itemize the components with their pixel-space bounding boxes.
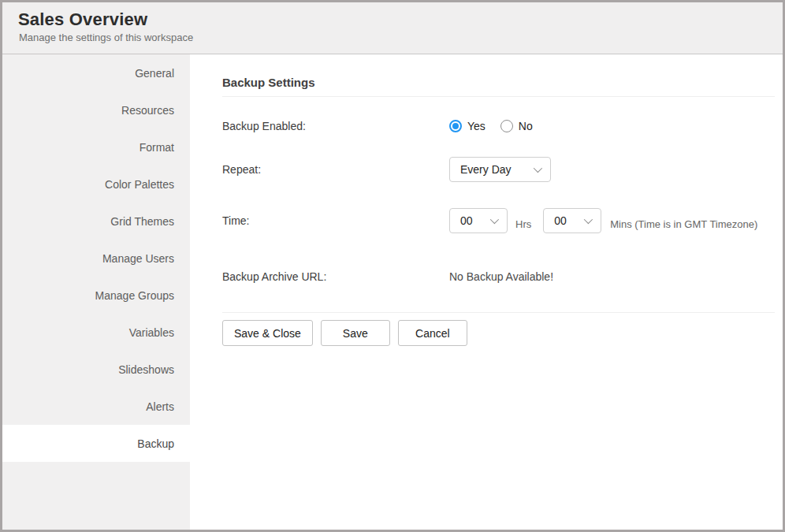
backup-settings-panel: Backup Settings Backup Enabled: Yes No R… <box>190 54 783 530</box>
repeat-select[interactable]: Every Day <box>449 157 551 182</box>
page-title: Sales Overview <box>18 9 767 30</box>
sidebar-item-format[interactable]: Format <box>2 128 190 166</box>
sidebar-item-resources[interactable]: Resources <box>2 91 190 128</box>
save-button[interactable]: Save <box>321 320 390 346</box>
sidebar-item-alerts[interactable]: Alerts <box>2 388 190 425</box>
sidebar-item-label: General <box>135 67 174 80</box>
minutes-unit-label: Mins (Time is in GMT Timezone) <box>610 218 757 230</box>
sidebar: General Resources Format Color Palettes … <box>2 54 190 530</box>
sidebar-item-general[interactable]: General <box>2 54 190 91</box>
sidebar-item-manage-groups[interactable]: Manage Groups <box>2 277 190 314</box>
sidebar-item-grid-themes[interactable]: Grid Themes <box>2 203 190 240</box>
save-and-close-button[interactable]: Save & Close <box>222 320 313 346</box>
cancel-button[interactable]: Cancel <box>398 320 467 346</box>
backup-archive-url-label: Backup Archive URL: <box>222 270 449 283</box>
backup-archive-url-value: No Backup Available! <box>449 270 553 283</box>
action-buttons: Save & Close Save Cancel <box>222 320 775 346</box>
sidebar-item-label: Slideshows <box>118 363 174 376</box>
time-minutes-select[interactable]: 00 <box>543 208 601 233</box>
time-minutes-value: 00 <box>554 214 567 227</box>
time-hours-value: 00 <box>460 214 473 227</box>
repeat-label: Repeat: <box>222 163 449 176</box>
radio-option-label: No <box>519 120 533 132</box>
radio-option-label: Yes <box>467 120 486 132</box>
chevron-down-icon <box>490 215 499 224</box>
sidebar-item-label: Resources <box>121 104 174 117</box>
backup-enabled-row: Backup Enabled: Yes No <box>222 113 775 139</box>
sidebar-item-manage-users[interactable]: Manage Users <box>2 240 190 277</box>
hours-unit-label: Hrs <box>515 218 531 230</box>
backup-archive-url-row: Backup Archive URL: No Backup Available! <box>222 264 775 289</box>
sidebar-item-variables[interactable]: Variables <box>2 314 190 351</box>
workspace-settings-window: Sales Overview Manage the settings of th… <box>0 0 785 532</box>
time-label: Time: <box>222 214 449 227</box>
sidebar-item-label: Backup <box>137 437 174 450</box>
backup-enabled-option-yes[interactable]: Yes <box>449 120 486 132</box>
repeat-row: Repeat: Every Day <box>222 157 775 182</box>
sidebar-item-label: Format <box>140 141 174 154</box>
sidebar-item-color-palettes[interactable]: Color Palettes <box>2 166 190 203</box>
section-title: Backup Settings <box>222 76 775 89</box>
radio-icon <box>500 120 513 132</box>
sidebar-item-label: Manage Groups <box>95 289 174 302</box>
time-row: Time: 00 Hrs 00 Mins (Time is in GMT Tim… <box>222 208 775 233</box>
sidebar-item-slideshows[interactable]: Slideshows <box>2 351 190 388</box>
sidebar-item-label: Color Palettes <box>105 178 174 191</box>
backup-enabled-label: Backup Enabled: <box>222 120 449 132</box>
chevron-down-icon <box>584 215 593 224</box>
page-header: Sales Overview Manage the settings of th… <box>2 2 783 54</box>
time-hours-select[interactable]: 00 <box>449 208 508 233</box>
sidebar-item-label: Grid Themes <box>110 215 174 228</box>
section-divider <box>222 96 775 97</box>
sidebar-item-backup[interactable]: Backup <box>2 425 190 462</box>
repeat-select-value: Every Day <box>460 163 512 176</box>
page-subtitle: Manage the settings of this workspace <box>19 32 767 43</box>
sidebar-item-label: Alerts <box>146 400 174 413</box>
footer-divider <box>222 312 775 313</box>
radio-icon <box>449 120 462 132</box>
page-body: General Resources Format Color Palettes … <box>2 54 783 530</box>
backup-enabled-option-no[interactable]: No <box>500 120 533 132</box>
backup-enabled-options: Yes No <box>449 120 533 132</box>
chevron-down-icon <box>534 164 542 173</box>
sidebar-item-label: Variables <box>129 326 174 339</box>
sidebar-item-label: Manage Users <box>102 252 174 265</box>
